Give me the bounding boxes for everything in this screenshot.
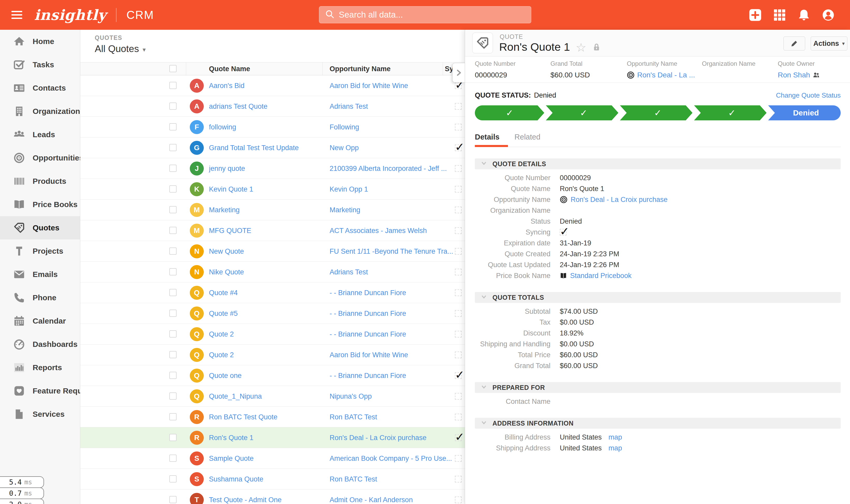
table-row[interactable]: MMFG QUOTEACT Associates - James Welsh: [80, 220, 465, 241]
row-select-checkbox[interactable]: [169, 268, 177, 275]
sidebar-item-quotes[interactable]: Quotes: [0, 216, 80, 239]
table-row[interactable]: QQuote_1_NipunaNipuna's Opp: [80, 386, 465, 407]
row-select-checkbox[interactable]: [169, 144, 177, 151]
quote-name-link[interactable]: Quote one: [209, 372, 241, 379]
syncing-checkbox[interactable]: [455, 206, 462, 213]
syncing-checkbox[interactable]: [455, 269, 462, 275]
sidebar-item-phone[interactable]: Phone: [0, 286, 80, 309]
notifications-bell-icon[interactable]: [797, 8, 811, 22]
quote-name-link[interactable]: Quote #5: [209, 309, 238, 317]
favorite-star-icon[interactable]: ☆: [576, 41, 586, 53]
quote-name-link[interactable]: Sample Quote: [209, 454, 254, 462]
map-link[interactable]: map: [609, 433, 622, 442]
row-select-checkbox[interactable]: [169, 392, 177, 400]
sidebar-item-products[interactable]: Products: [0, 169, 80, 193]
row-select-checkbox[interactable]: [169, 185, 177, 193]
row-select-checkbox[interactable]: [169, 496, 177, 503]
row-select-checkbox[interactable]: [169, 289, 177, 296]
row-select-checkbox[interactable]: [169, 82, 177, 89]
menu-icon[interactable]: [12, 11, 22, 19]
actions-button[interactable]: Actions ▾: [811, 36, 847, 51]
table-row[interactable]: QQuote #4- - Brianne Duncan Fiore: [80, 283, 465, 303]
sidebar-item-projects[interactable]: Projects: [0, 239, 80, 263]
quote-name-link[interactable]: Sushamna Quote: [209, 475, 263, 483]
section-header-prepared-for[interactable]: PREPARED FOR: [475, 382, 841, 393]
tab-related[interactable]: Related: [514, 133, 540, 141]
syncing-checkbox[interactable]: [455, 455, 462, 462]
opportunity-name-link[interactable]: Admit One - Karl Anderson: [330, 496, 413, 504]
summary-field-value[interactable]: Ron Shah: [778, 71, 810, 79]
opportunity-name-link[interactable]: Adrians Test: [330, 268, 368, 276]
table-row[interactable]: NNew QuoteFU Sent 1/11 -Beyond The Tenur…: [80, 241, 465, 262]
opportunity-name-link[interactable]: Aaron Bid for White Wine: [330, 82, 408, 90]
row-select-checkbox[interactable]: [169, 248, 177, 255]
row-select-checkbox[interactable]: [169, 372, 177, 379]
quote-name-link[interactable]: Quote #4: [209, 289, 238, 296]
table-row[interactable]: QQuote #5- - Brianne Duncan Fiore: [80, 303, 465, 324]
syncing-checkbox[interactable]: [455, 227, 462, 234]
brand-logo[interactable]: insightly: [34, 6, 106, 23]
quote-name-link[interactable]: jenny quote: [209, 164, 245, 173]
table-row[interactable]: SSample QuoteAmerican Book Company - 5 P…: [80, 448, 465, 469]
syncing-checkbox[interactable]: ✓: [455, 82, 462, 89]
quote-name-link[interactable]: adrians Test Quote: [209, 102, 268, 110]
sidebar-item-feature-reque[interactable]: Feature Reque ...: [0, 379, 80, 402]
table-row[interactable]: NNike QuoteAdrians Test: [80, 262, 465, 283]
quote-name-link[interactable]: New Quote: [209, 247, 244, 255]
opportunity-name-link[interactable]: Ron's Deal - La Croix purchase: [330, 434, 427, 442]
syncing-checkbox[interactable]: [455, 497, 462, 503]
section-header-address-information[interactable]: ADDRESS INFORMATION: [475, 418, 841, 429]
table-row[interactable]: RRon BATC Test QuoteRon BATC Test: [80, 407, 465, 427]
syncing-checkbox[interactable]: [455, 393, 462, 400]
sidebar-item-organizations[interactable]: Organizations: [0, 100, 80, 123]
sidebar-item-price-books[interactable]: Price Books: [0, 193, 80, 216]
table-row[interactable]: QQuote 2- - Brianne Duncan Fiore: [80, 324, 465, 344]
opportunity-name-link[interactable]: Ron BATC Test: [330, 413, 377, 421]
quote-name-link[interactable]: Quote 2: [209, 351, 234, 359]
syncing-checkbox[interactable]: [455, 331, 462, 338]
quote-name-link[interactable]: Quote 2: [209, 330, 234, 338]
syncing-checkbox[interactable]: [455, 186, 462, 193]
table-row[interactable]: FfollowingFollowing: [80, 117, 465, 138]
quote-name-link[interactable]: MFG QUOTE: [209, 227, 251, 235]
opportunity-name-link[interactable]: Nipuna's Opp: [330, 392, 372, 400]
opportunity-name-link[interactable]: Kevin Opp 1: [330, 185, 368, 193]
opportunity-name-link[interactable]: - - Brianne Duncan Fiore: [330, 309, 406, 317]
syncing-checkbox[interactable]: ✓: [455, 144, 462, 151]
quick-add-icon[interactable]: [748, 8, 762, 22]
field-value[interactable]: Ron's Deal - La Croix purchase: [571, 196, 667, 204]
quote-name-link[interactable]: following: [209, 123, 236, 131]
table-row[interactable]: MMarketingMarketing: [80, 200, 465, 220]
opportunity-name-link[interactable]: Marketing: [330, 206, 360, 214]
opportunity-name-link[interactable]: FU Sent 1/11 -Beyond The Tenure Tra...: [330, 247, 453, 255]
opportunity-name-link[interactable]: 2100399 Alberta Incorporated - Jeff ...: [330, 164, 447, 173]
row-select-checkbox[interactable]: [169, 413, 177, 420]
opportunity-name-link[interactable]: - - Brianne Duncan Fiore: [330, 330, 406, 338]
row-select-checkbox[interactable]: [169, 103, 177, 110]
opportunity-name-link[interactable]: Ron BATC Test: [330, 475, 377, 483]
section-header-quote-totals[interactable]: QUOTE TOTALS: [475, 292, 841, 303]
row-select-checkbox[interactable]: [169, 310, 177, 317]
row-select-checkbox[interactable]: [169, 454, 177, 462]
syncing-checkbox[interactable]: [455, 103, 462, 110]
apps-grid-icon[interactable]: [773, 8, 786, 22]
sidebar-item-home[interactable]: Home: [0, 30, 80, 53]
table-row[interactable]: TTest Quote - Admit OneAdmit One - Karl …: [80, 489, 465, 504]
quote-name-link[interactable]: Aaron's Bid: [209, 82, 245, 90]
sidebar-item-contacts[interactable]: Contacts: [0, 76, 80, 100]
syncing-checkbox[interactable]: ✓: [455, 372, 462, 379]
sidebar-item-dashboards[interactable]: Dashboards: [0, 332, 80, 356]
quote-name-link[interactable]: Quote_1_Nipuna: [209, 392, 262, 400]
row-select-checkbox[interactable]: [169, 227, 177, 234]
row-select-checkbox[interactable]: [169, 206, 177, 213]
opportunity-name-link[interactable]: Aaron Bid for White Wine: [330, 351, 408, 359]
sidebar-item-services[interactable]: Services: [0, 402, 80, 426]
row-select-checkbox[interactable]: [169, 165, 177, 172]
syncing-checkbox[interactable]: [455, 289, 462, 296]
quote-name-link[interactable]: Ron BATC Test Quote: [209, 413, 277, 421]
row-select-checkbox[interactable]: [169, 351, 177, 358]
table-row[interactable]: SSushamna QuoteRon BATC Test: [80, 469, 465, 489]
syncing-checkbox[interactable]: [455, 248, 462, 255]
opportunity-name-link[interactable]: Following: [330, 123, 359, 131]
row-select-checkbox[interactable]: [169, 123, 177, 130]
